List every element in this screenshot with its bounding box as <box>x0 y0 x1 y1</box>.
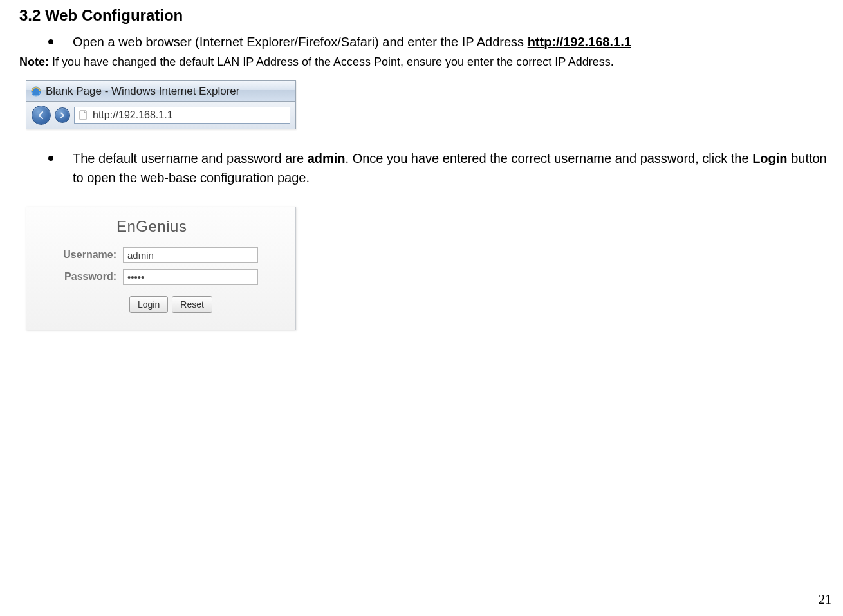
address-text: http://192.168.1.1 <box>93 109 173 121</box>
login-button[interactable]: Login <box>129 296 168 313</box>
section-heading: 3.2 Web Configuration <box>19 6 830 24</box>
brand-logo-text: EnGenius <box>116 218 283 236</box>
username-row: Username: <box>46 247 283 263</box>
forward-button[interactable] <box>55 107 70 123</box>
bullet-dot-icon <box>48 156 53 161</box>
ie-title-text: Blank Page - Windows Internet Explorer <box>46 85 239 98</box>
back-button[interactable] <box>32 106 51 125</box>
page-number: 21 <box>819 592 831 607</box>
note-text: If you have changed the default LAN IP A… <box>49 55 614 68</box>
bullet2-p2: . Once you have entered the correct user… <box>346 151 753 165</box>
note-line: Note: If you have changed the default LA… <box>19 55 830 69</box>
bullet-item-1: Open a web browser (Internet Explorer/Fi… <box>48 32 830 51</box>
bullet-dot-icon <box>48 39 53 44</box>
password-input[interactable] <box>123 269 258 285</box>
bullet-1-prefix: Open a web browser (Internet Explorer/Fi… <box>73 35 528 49</box>
ip-url-link[interactable]: http://192.168.1.1 <box>528 35 631 49</box>
note-label: Note: <box>19 55 49 68</box>
bullet-item-2: The default username and password are ad… <box>48 149 830 187</box>
bullet2-admin: admin <box>308 151 346 165</box>
ie-toolbar: http://192.168.1.1 <box>26 102 295 129</box>
username-input[interactable] <box>123 247 258 263</box>
bullet-2-text: The default username and password are ad… <box>73 149 830 187</box>
ie-window: Blank Page - Windows Internet Explorer h… <box>26 80 296 129</box>
bullet2-login-word: Login <box>752 151 787 165</box>
reset-button[interactable]: Reset <box>172 296 212 313</box>
button-row: Login Reset <box>129 296 283 313</box>
page-icon <box>79 110 89 120</box>
svg-rect-1 <box>80 111 86 120</box>
login-panel: EnGenius Username: Password: Login Reset <box>26 207 296 330</box>
ie-favicon-icon <box>30 86 42 97</box>
bullet2-p1: The default username and password are <box>73 151 308 165</box>
ie-titlebar: Blank Page - Windows Internet Explorer <box>26 81 295 102</box>
username-label: Username: <box>46 249 123 261</box>
bullet-1-text: Open a web browser (Internet Explorer/Fi… <box>73 32 830 51</box>
address-bar[interactable]: http://192.168.1.1 <box>74 107 290 124</box>
password-label: Password: <box>46 271 123 283</box>
password-row: Password: <box>46 269 283 285</box>
